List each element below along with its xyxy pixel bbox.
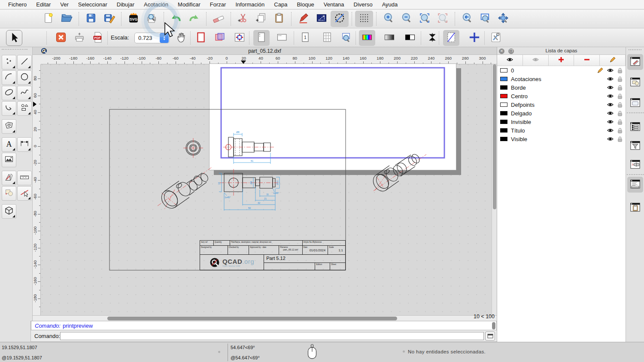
spline-tool-button[interactable] [17,86,32,100]
menu-modificar[interactable]: Modificar [173,1,205,8]
layer-color-swatch[interactable] [500,103,507,107]
blocks-tool-button[interactable] [2,186,16,201]
layer-row-acotaciones[interactable]: Acotaciones [497,75,626,83]
pencil-orange-button[interactable] [600,55,626,66]
image-tool-button[interactable] [2,153,16,167]
minus-red-button[interactable] [574,55,600,66]
solid-tool-button[interactable] [2,204,16,219]
layer-color-swatch[interactable] [500,85,507,90]
layer-visibility-eye-icon[interactable] [607,76,614,82]
dimension-tool-button[interactable] [17,137,32,152]
bw-bar-button[interactable] [402,30,418,46]
paper-border-button[interactable] [193,30,209,46]
diagonal-page-button[interactable] [443,30,459,46]
points-tool-button[interactable] [2,55,16,69]
snap-tool-button[interactable] [17,186,32,201]
dock-filter-button[interactable] [627,138,643,154]
layer-color-swatch[interactable] [500,68,507,72]
menu-dibujar[interactable]: Dibujar [112,1,139,8]
layer-color-swatch[interactable] [500,137,507,141]
layer-visibility-eye-icon[interactable] [607,102,614,108]
hatch-tool-button[interactable] [2,119,16,134]
polyline-tool-button[interactable] [2,101,16,116]
drawing-canvas[interactable]: Ø8 61 18 1x45° Ø8 Ø10 1x45° 11 [41,64,497,315]
menu-capa[interactable]: Capa [269,1,292,8]
vertical-scrollbar-thumb[interactable] [493,64,496,209]
dock-blocks-button[interactable] [627,75,643,90]
layer-row-defpoints[interactable]: Defpoints [497,100,626,109]
layer-color-swatch[interactable] [500,128,507,133]
gray-bar-button[interactable] [381,30,398,46]
layer-visibility-eye-icon[interactable] [607,136,614,142]
color-bar-button[interactable] [359,30,375,46]
command-window-button[interactable] [485,332,495,341]
single-page-button[interactable]: 1 [297,30,313,46]
dock-views-button[interactable] [627,95,643,111]
close-x-button[interactable] [53,30,69,46]
zoom-selection-button[interactable] [434,11,452,27]
circle-tool-button[interactable] [17,70,32,85]
redo-button[interactable] [185,11,203,27]
layer-lock-icon[interactable] [617,67,623,74]
layer-color-swatch[interactable] [500,77,507,81]
horizontal-scrollbar-thumb[interactable] [107,317,397,320]
wrench-tools-button[interactable] [488,30,504,46]
plus-red-button[interactable] [549,55,574,66]
layer-lock-icon[interactable] [617,119,623,125]
scale-combo[interactable]: 0.723 ▲▼ [134,33,170,43]
layer-lock-icon[interactable] [617,136,623,142]
cut-button[interactable] [234,11,252,27]
dock-cmdline-button[interactable] [627,177,643,193]
zoom-page-button[interactable] [338,30,354,46]
history-scrollbar-thumb[interactable] [492,322,495,329]
layer-row-invisible[interactable]: Invisible [497,118,626,126]
layer-row-visible[interactable]: Visible [497,135,626,143]
menu-acotacion[interactable]: Acotación [139,1,173,8]
misc-draw-tool-button[interactable] [2,171,16,185]
zoom-window-button[interactable] [476,11,494,27]
paste-button[interactable] [270,11,288,27]
menu-diverso[interactable]: Diverso [349,1,377,8]
pdf-export-button[interactable]: PDF [90,30,106,46]
new-file-button[interactable] [39,11,58,27]
stepper-icon[interactable]: ▲▼ [160,33,169,43]
dock-layers-button[interactable] [627,54,643,70]
zoom-in-button[interactable] [380,11,398,27]
text-tool-button[interactable]: A [2,137,16,152]
save-as-button[interactable] [100,11,118,27]
layer-lock-icon[interactable] [617,110,623,117]
layer-lock-icon[interactable] [617,76,623,82]
menu-ver[interactable]: Ver [55,1,73,8]
eraser-button[interactable] [210,11,228,27]
layer-visibility-eye-icon[interactable] [607,110,614,116]
zoom-out-button[interactable] [398,11,416,27]
layer-visibility-eye-icon[interactable] [607,93,614,99]
dock-light-button[interactable] [627,157,643,173]
menu-editar[interactable]: Editar [31,1,55,8]
arc-tool-button[interactable] [2,70,16,85]
dock-handle[interactable] [629,49,641,50]
undo-button[interactable] [167,11,185,27]
layer-row-delgado[interactable]: Delgado [497,109,626,118]
zoom-previous-button[interactable] [458,11,476,27]
print-preview-button[interactable] [143,11,161,27]
layer-lock-icon[interactable] [617,127,623,134]
layer-visibility-eye-icon[interactable] [607,127,614,133]
layer-row-0[interactable]: 0 [497,66,626,75]
shapes-tool-button[interactable] [17,101,32,116]
dock-clipboard-button[interactable] [627,200,643,216]
layer-row-centro[interactable]: Centro [497,92,626,100]
portrait-page-button[interactable] [253,30,270,46]
ellipse-tool-button[interactable] [2,86,16,100]
layer-lock-icon[interactable] [617,93,623,100]
panel-close-icon[interactable]: ✕ [499,48,504,54]
vertical-scrollbar[interactable] [492,64,497,315]
eye-off-button[interactable] [523,55,549,66]
layer-row-titulo[interactable]: Título [497,126,626,135]
menu-seleccionar[interactable]: Seleccionar [73,1,112,8]
dock-properties-button[interactable] [627,119,643,135]
edit-pencil-button[interactable] [295,11,313,27]
print-button[interactable] [71,30,88,46]
layer-visibility-eye-icon[interactable] [607,67,614,73]
pan-zoom-button[interactable] [494,11,512,27]
